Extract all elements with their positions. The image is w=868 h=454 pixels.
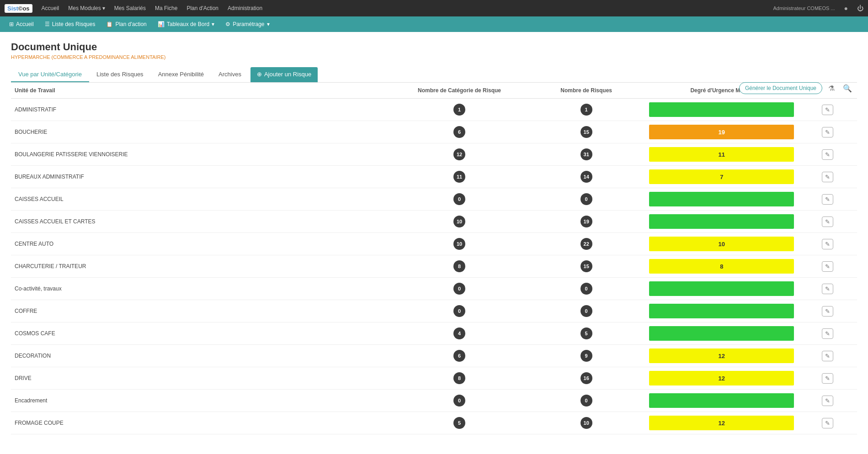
table-row: CHARCUTERIE / TRAITEUR8158✎ [11,255,857,278]
cell-categories: 4 [392,322,527,345]
cell-urgence: 12 [645,367,798,390]
cell-urgence [645,188,798,211]
edit-button[interactable]: ✎ [822,396,833,406]
nav-mes-modules[interactable]: Mes Modules ▾ [68,5,105,11]
cell-categories: 0 [392,300,527,322]
cell-risques: 0 [527,188,645,211]
cell-actions: ✎ [798,345,857,367]
edit-button[interactable]: ✎ [822,328,833,339]
tab-ajouter-risque[interactable]: ⊕ Ajouter un Risque [250,67,318,82]
badge-risques: 15 [580,260,592,272]
edit-button[interactable]: ✎ [822,306,833,317]
dropdown-arrow-icon: ▾ [267,21,270,27]
badge-risques: 5 [580,327,592,339]
cell-categories: 10 [392,211,527,233]
power-icon[interactable]: ⏻ [857,5,863,12]
edit-button[interactable]: ✎ [822,351,833,361]
cell-categories: 8 [392,255,527,278]
edit-button[interactable]: ✎ [822,172,833,182]
second-nav-plan-action[interactable]: 📋 Plan d'action [101,19,151,30]
logo-text-sis: Sist [7,5,18,12]
nav-mes-salaries[interactable]: Mes Salariés [114,5,146,11]
edit-button[interactable]: ✎ [822,127,833,137]
badge-categories: 0 [453,283,465,295]
cell-categories: 6 [392,121,527,143]
top-actions: Générer le Document Unique ⚗ 🔍 [739,82,854,94]
cell-actions: ✎ [798,322,857,345]
second-nav-liste-risques[interactable]: ☰ Liste des Risques [40,19,100,30]
filter-button[interactable]: ⚗ [826,83,837,94]
cell-actions: ✎ [798,188,857,211]
edit-button[interactable]: ✎ [822,105,833,115]
tab-annexe-penibilite[interactable]: Annexe Pénibilité [151,67,211,82]
user-info: Administrateur COMEOS ... [773,5,835,11]
cell-categories: 0 [392,390,527,412]
cell-risques: 31 [527,143,645,166]
cell-urgence: 12 [645,345,798,367]
urgency-indicator [649,393,794,408]
nav-plan-action[interactable]: Plan d'Action [186,5,218,11]
table-row: BUREAUX ADMINISTRATIF11147✎ [11,166,857,188]
edit-button[interactable]: ✎ [822,194,833,205]
cell-urgence [645,211,798,233]
edit-button[interactable]: ✎ [822,373,833,384]
nav-accueil[interactable]: Accueil [42,5,59,11]
badge-risques: 16 [580,372,592,384]
cell-risques: 0 [527,300,645,322]
dropdown-arrow-icon: ▾ [212,21,214,27]
urgency-indicator [649,192,794,206]
tab-archives[interactable]: Archives [211,67,249,82]
second-nav-parametrage[interactable]: ⚙ Paramétrage ▾ [221,19,274,30]
second-nav-accueil[interactable]: ⊞ Accueil [5,19,38,30]
cell-unite-name: DRIVE [11,367,392,390]
badge-risques: 19 [580,216,592,227]
edit-button[interactable]: ✎ [822,216,833,227]
tab-liste-risques[interactable]: Liste des Risques [89,67,151,82]
cell-actions: ✎ [798,390,857,412]
edit-button[interactable]: ✎ [822,239,833,249]
cell-categories: 1 [392,99,527,121]
page-title: Document Unique [11,41,857,53]
cell-risques: 10 [527,412,645,434]
cell-unite-name: CAISSES ACCUEIL [11,188,392,211]
urgency-indicator [649,304,794,318]
cell-risques: 15 [527,255,645,278]
tab-vue-unite-categorie[interactable]: Vue par Unité/Catégorie [11,67,89,82]
cell-urgence: 8 [645,255,798,278]
table-row: ADMINISTRATIF11✎ [11,99,857,121]
col-header-categories: Nombre de Catégorie de Risque [392,83,527,99]
cell-actions: ✎ [798,143,857,166]
cell-risques: 19 [527,211,645,233]
dropdown-arrow-icon: ▾ [102,5,105,11]
cell-unite-name: CENTRE AUTO [11,233,392,255]
edit-button[interactable]: ✎ [822,284,833,294]
nav-administration[interactable]: Administration [228,5,262,11]
table-row: BOUCHERIE61519✎ [11,121,857,143]
home-icon: ⊞ [9,21,14,27]
badge-risques: 0 [580,395,592,406]
search-button[interactable]: 🔍 [841,83,854,94]
table-row: CENTRE AUTO102210✎ [11,233,857,255]
generate-document-button[interactable]: Générer le Document Unique [739,82,822,94]
second-nav-tableaux-bord[interactable]: 📊 Tableaux de Bord ▾ [153,19,219,30]
edit-button[interactable]: ✎ [822,149,833,160]
cell-categories: 6 [392,345,527,367]
urgency-indicator [649,281,794,296]
urgency-indicator: 12 [649,416,794,430]
cell-actions: ✎ [798,367,857,390]
urgency-indicator: 7 [649,169,794,184]
cell-unite-name: BOUCHERIE [11,121,392,143]
badge-risques: 15 [580,126,592,138]
badge-risques: 14 [580,171,592,183]
logo: Sist©os [5,4,32,13]
edit-button[interactable]: ✎ [822,261,833,272]
cell-actions: ✎ [798,300,857,322]
table-row: FROMAGE COUPE51012✎ [11,412,857,434]
badge-risques: 10 [580,417,592,429]
nav-ma-fiche[interactable]: Ma Fiche [155,5,177,11]
user-icon: ● [844,5,848,12]
add-icon: ⊕ [257,71,262,78]
badge-categories: 6 [453,126,465,138]
cell-unite-name: BUREAUX ADMINISTRATIF [11,166,392,188]
edit-button[interactable]: ✎ [822,418,833,428]
